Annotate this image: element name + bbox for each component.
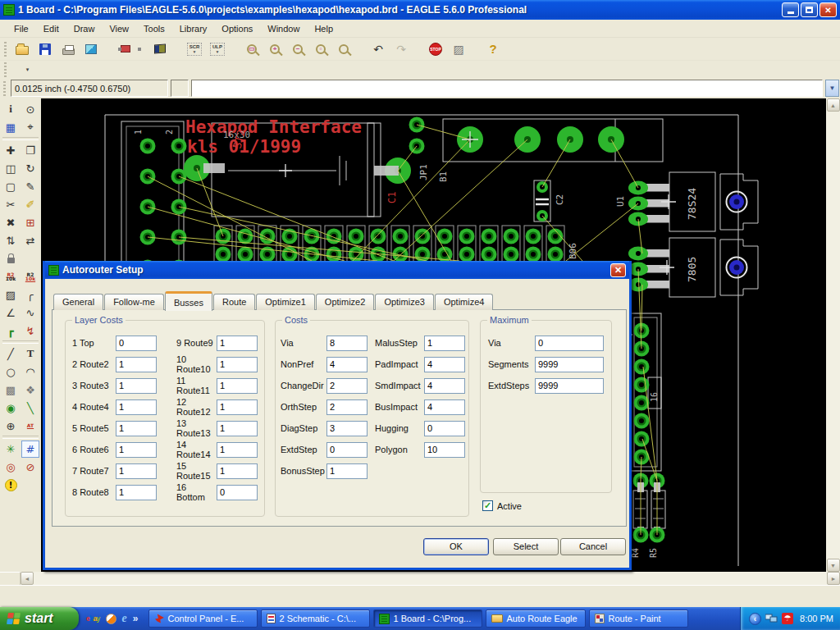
run-script-button[interactable]: SCR▼: [185, 39, 204, 59]
wire-icon[interactable]: ╱: [2, 345, 20, 363]
route-icon[interactable]: ┏: [2, 322, 20, 340]
hide-tray-icons-button[interactable]: ‹: [749, 613, 761, 625]
smash-icon[interactable]: ▨: [2, 286, 20, 304]
value-icon[interactable]: R210k: [21, 268, 39, 285]
scroll-left-button[interactable]: ◄: [21, 572, 34, 585]
replace-icon[interactable]: ⇄: [21, 232, 39, 249]
signal-icon[interactable]: ╲: [21, 399, 39, 417]
undo-button[interactable]: ↶: [368, 39, 388, 59]
toolbar-handle[interactable]: [4, 42, 7, 57]
warning-icon[interactable]: !: [2, 477, 20, 494]
input-layer-15-route15[interactable]: [217, 463, 258, 479]
command-history-dropdown[interactable]: ▼: [825, 80, 839, 97]
pinswap-icon[interactable]: ⇅: [2, 232, 20, 249]
input-layer-12-route12[interactable]: [217, 399, 258, 415]
move-icon[interactable]: ✚: [2, 142, 20, 159]
scroll-down-button[interactable]: ▼: [827, 559, 840, 572]
input-max-extdsteps[interactable]: [535, 378, 604, 394]
rotate-icon[interactable]: ↻: [21, 160, 39, 177]
coordbar-handle[interactable]: [3, 81, 6, 96]
task-folder[interactable]: Auto Route Eagle: [486, 609, 586, 628]
cut-icon[interactable]: ✂: [2, 196, 20, 213]
change-icon[interactable]: ✎: [21, 178, 39, 195]
optimize-icon[interactable]: ∿: [21, 304, 39, 322]
input-cost-hugging[interactable]: [424, 421, 465, 436]
save-button[interactable]: [35, 39, 55, 59]
polygon-icon[interactable]: ❖: [21, 381, 39, 399]
input-layer-1-top[interactable]: [116, 336, 157, 351]
input-max-segments[interactable]: [535, 357, 604, 372]
input-cost-extdstep[interactable]: [326, 442, 368, 458]
tab-optimize1[interactable]: Optimize1: [256, 294, 315, 310]
network-icon[interactable]: [765, 614, 778, 623]
stop-button[interactable]: STOP: [426, 39, 445, 59]
input-layer-7-route7[interactable]: [116, 463, 157, 479]
layer-pattern-button[interactable]: ▨: [449, 39, 468, 59]
task-board-active[interactable]: 1 Board - C:\Prog...: [373, 609, 482, 628]
scroll-right-button[interactable]: ►: [827, 572, 840, 585]
input-layer-2-route2[interactable]: [116, 357, 157, 372]
menu-window[interactable]: Window: [260, 21, 307, 36]
tab-general[interactable]: General: [53, 294, 103, 310]
show-icon[interactable]: ⊙: [21, 101, 39, 118]
ok-button[interactable]: OK: [423, 538, 489, 555]
attribute-icon[interactable]: AT: [21, 418, 39, 435]
menu-library[interactable]: Library: [172, 21, 215, 36]
print-button[interactable]: [58, 39, 78, 59]
input-layer-14-route14[interactable]: [217, 442, 258, 458]
secondary-toolbar-handle[interactable]: [4, 62, 7, 77]
input-layer-16-bottom[interactable]: [217, 485, 258, 500]
media-player-icon[interactable]: [106, 614, 116, 624]
add-icon[interactable]: ⊞: [21, 214, 39, 231]
scroll-up-button[interactable]: ▲: [827, 98, 840, 112]
tab-optimize3[interactable]: Optimize3: [375, 294, 434, 310]
errors-icon[interactable]: ⊘: [21, 459, 39, 476]
text-icon[interactable]: T: [21, 345, 39, 363]
input-cost-changedir[interactable]: [326, 378, 368, 394]
grid-button[interactable]: ▾: [12, 60, 32, 80]
menu-view[interactable]: View: [102, 21, 136, 36]
task-control-panel[interactable]: Control Panel - E...: [148, 609, 258, 628]
input-layer-4-route4[interactable]: [116, 399, 157, 415]
start-button[interactable]: start: [0, 607, 79, 630]
vertical-scrollbar[interactable]: ▲ ▼: [826, 98, 840, 572]
input-layer-11-route11[interactable]: [217, 378, 258, 394]
rect-icon[interactable]: ▩: [2, 381, 20, 399]
ratsnest-icon[interactable]: ✳: [2, 441, 20, 458]
input-cost-nonpref[interactable]: [326, 357, 368, 372]
menu-file[interactable]: File: [7, 21, 36, 36]
redo-button[interactable]: ↷: [391, 39, 411, 59]
name-icon[interactable]: R210k: [2, 268, 20, 285]
command-input[interactable]: [191, 80, 823, 97]
arc-icon[interactable]: ◠: [21, 363, 39, 381]
input-cost-bonusstep[interactable]: [326, 463, 368, 479]
input-cost-smdimpact[interactable]: [424, 378, 465, 394]
input-cost-polygon[interactable]: [424, 442, 465, 458]
input-cost-orthstep[interactable]: [326, 399, 368, 415]
run-ulp-button[interactable]: ULP▼: [208, 39, 227, 59]
drc-icon[interactable]: ◎: [2, 459, 20, 476]
mark-icon[interactable]: ⌖: [21, 119, 39, 136]
help-button[interactable]: ?: [483, 39, 503, 59]
export-image-button[interactable]: [81, 39, 101, 59]
tab-follow-me[interactable]: Follow-me: [104, 294, 164, 310]
input-layer-3-route3[interactable]: [116, 378, 157, 394]
cancel-button[interactable]: Cancel: [560, 538, 626, 555]
input-layer-5-route5[interactable]: [116, 421, 157, 436]
input-cost-diagstep[interactable]: [326, 421, 368, 436]
mirror-icon[interactable]: ◫: [2, 160, 20, 177]
menu-help[interactable]: Help: [307, 21, 340, 36]
group-icon[interactable]: ▢: [2, 178, 20, 195]
menu-tools[interactable]: Tools: [136, 21, 172, 36]
menu-options[interactable]: Options: [214, 21, 260, 36]
close-button[interactable]: ✕: [819, 2, 837, 17]
paste-icon[interactable]: ✐: [21, 196, 39, 213]
zoom-out-button[interactable]: −: [288, 39, 308, 59]
tab-busses[interactable]: Busses: [165, 291, 212, 311]
input-max-via[interactable]: [535, 336, 604, 351]
open-button[interactable]: [12, 39, 32, 59]
tab-route[interactable]: Route: [213, 294, 255, 310]
input-layer-6-route6[interactable]: [116, 442, 157, 458]
input-cost-padimpact[interactable]: [424, 357, 465, 372]
internet-explorer-icon[interactable]: e: [122, 612, 127, 625]
